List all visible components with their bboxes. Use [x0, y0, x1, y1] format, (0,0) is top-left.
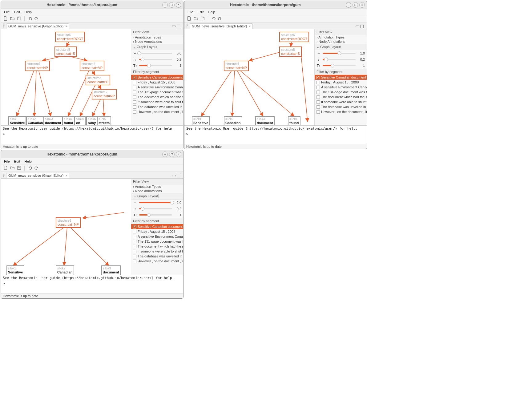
- graph-canvas[interactable]: structure6const::cat=ROOT structure5cons…: [1, 29, 131, 125]
- segment-item[interactable]: The 131-page document was fou: [315, 90, 367, 95]
- node-structure1[interactable]: structure1const::cat=NP: [56, 217, 81, 228]
- token-2[interactable]: sTok2Canadian: [224, 116, 242, 125]
- segment-item[interactable]: A sensitive Environment Canada: [131, 234, 183, 239]
- token-5[interactable]: sTok5on: [75, 116, 86, 125]
- maximize-button[interactable]: □: [169, 2, 175, 8]
- token-6[interactable]: sTok6rainy: [86, 116, 97, 125]
- token-4[interactable]: sTok4found: [288, 116, 300, 125]
- slider-horizontal[interactable]: ↔ 2.0: [131, 200, 183, 206]
- menu-file[interactable]: File: [4, 10, 10, 14]
- redo-icon[interactable]: [34, 166, 39, 171]
- slider-horizontal[interactable]: ↔ 1.0: [315, 50, 367, 56]
- tab-handle-icon[interactable]: ⠿⠇: [3, 24, 5, 29]
- slider-vertical[interactable]: ↕ 0.2: [315, 56, 367, 63]
- slider-vertical[interactable]: ↕ 0.2: [131, 56, 183, 63]
- graph-layout-row[interactable]: ⌄ Graph Layout: [131, 44, 183, 50]
- node-annotations-row[interactable]: › Node Annotations: [131, 189, 183, 193]
- minimize-button[interactable]: –: [162, 151, 168, 157]
- segment-item[interactable]: The database was unveiled in 19: [131, 104, 183, 109]
- new-icon[interactable]: [3, 166, 8, 171]
- node-annotations-row[interactable]: › Node Annotations: [131, 39, 183, 44]
- close-button[interactable]: ×: [359, 2, 365, 8]
- menu-edit[interactable]: Edit: [14, 160, 20, 163]
- segment-item[interactable]: However , on the document , it r: [131, 109, 183, 114]
- segment-item[interactable]: Sensitive Canadian document fo: [131, 75, 183, 80]
- segment-item[interactable]: Friday , August 15 , 2008: [131, 229, 183, 234]
- token-1[interactable]: sTok1Sensitive: [192, 116, 210, 125]
- token-3[interactable]: sTok3document: [43, 116, 63, 125]
- maximize-view-icon[interactable]: [177, 25, 180, 28]
- slider-text[interactable]: T↕ 1: [131, 63, 183, 69]
- segment-item[interactable]: The 131-page document was fou: [131, 239, 183, 244]
- close-button[interactable]: ×: [176, 2, 181, 8]
- maximize-button[interactable]: □: [353, 2, 358, 8]
- segment-item[interactable]: The 131-page document was fou: [131, 90, 183, 95]
- slider-text[interactable]: T↕ 1: [315, 63, 367, 69]
- node-structure5[interactable]: structure5const::cat=S: [279, 46, 302, 57]
- open-icon[interactable]: [10, 16, 14, 21]
- console[interactable]: See the Hexatomic User guide (https://he…: [184, 125, 367, 144]
- graph-canvas[interactable]: structure1const::cat=NP sTok1Sensitive s…: [1, 179, 131, 275]
- new-icon[interactable]: [3, 16, 8, 21]
- segment-item[interactable]: If someone were able to shut th: [131, 249, 183, 254]
- segment-item[interactable]: However , on the document , it r: [315, 109, 367, 114]
- maximize-view-icon[interactable]: [177, 174, 180, 177]
- console[interactable]: See the Hexatomic User guide (https://he…: [1, 275, 183, 293]
- segment-item[interactable]: If someone were able to shut th: [131, 99, 183, 104]
- segment-item[interactable]: Friday , August 15 , 2008: [131, 80, 183, 85]
- save-icon[interactable]: [17, 16, 21, 21]
- undo-icon[interactable]: [28, 16, 32, 21]
- tab-handle-icon[interactable]: ⠿⠇: [3, 173, 5, 178]
- segment-item[interactable]: The document which had the sta: [131, 95, 183, 99]
- tab-graph-editor[interactable]: GUM_news_sensitive (Graph Editor) ×: [6, 23, 69, 29]
- open-icon[interactable]: [194, 16, 198, 21]
- token-2[interactable]: sTok2Canadian: [26, 116, 45, 125]
- tab-graph-editor[interactable]: GUM_news_sensitive (Graph Editor) ×: [6, 173, 69, 178]
- segment-item[interactable]: The document which had the sta: [315, 95, 367, 99]
- annotation-types-row[interactable]: › Annotation Types: [315, 35, 367, 39]
- save-icon[interactable]: [17, 166, 21, 171]
- menu-help[interactable]: Help: [24, 160, 32, 163]
- segment-item[interactable]: The database was unveiled in 19: [315, 104, 367, 109]
- token-3[interactable]: sTok3document: [255, 116, 275, 125]
- maximize-button[interactable]: □: [169, 151, 175, 157]
- segment-item[interactable]: The database was unveiled in 19: [131, 254, 183, 259]
- node-structure1[interactable]: structure1const::cat=NP: [25, 61, 50, 71]
- tab-graph-editor[interactable]: GUM_news_sensitive (Graph Editor) ×: [190, 23, 253, 29]
- redo-icon[interactable]: [218, 16, 222, 21]
- redo-icon[interactable]: [34, 16, 39, 21]
- slider-text[interactable]: T↕ 1: [131, 212, 183, 218]
- token-1[interactable]: sTok1Sensitive: [6, 265, 24, 275]
- token-2[interactable]: sTok2Canadian: [56, 265, 74, 275]
- minimize-view-icon[interactable]: [356, 26, 359, 27]
- token-7[interactable]: sTok7streets: [97, 116, 111, 125]
- save-icon[interactable]: [200, 16, 205, 21]
- menu-help[interactable]: Help: [24, 10, 32, 14]
- graph-layout-row[interactable]: ⌄ Graph Layout: [131, 193, 183, 200]
- node-structure6[interactable]: structure6const::cat=ROOT: [55, 32, 85, 42]
- node-structure5[interactable]: structure5const::cat=S: [54, 46, 77, 57]
- segment-item[interactable]: If someone were able to shut th: [315, 99, 367, 104]
- token-4[interactable]: sTok4found: [62, 116, 75, 125]
- node-structure4[interactable]: structure4const::cat=VP: [80, 61, 104, 71]
- graph-canvas[interactable]: structure6const::cat=ROOT structure5cons…: [184, 29, 314, 125]
- close-button[interactable]: ×: [176, 151, 181, 157]
- menu-edit[interactable]: Edit: [14, 10, 20, 14]
- segment-item[interactable]: The document which had the sta: [131, 244, 183, 249]
- node-structure1[interactable]: structure1const::cat=NP: [224, 61, 249, 71]
- maximize-view-icon[interactable]: [360, 25, 364, 28]
- graph-layout-row[interactable]: ⌄ Graph Layout: [315, 44, 367, 50]
- minimize-view-icon[interactable]: [172, 175, 175, 176]
- menu-file[interactable]: File: [187, 10, 193, 14]
- minimize-view-icon[interactable]: [172, 26, 175, 27]
- node-structure3[interactable]: structure3const::cat=PP: [86, 75, 110, 85]
- undo-icon[interactable]: [28, 166, 32, 171]
- slider-vertical[interactable]: ↕ 0.2: [131, 206, 183, 212]
- node-structure6[interactable]: structure6const::cat=ROOT: [279, 32, 309, 42]
- segment-item[interactable]: However , on the document , it r: [131, 259, 183, 264]
- token-1[interactable]: sTok1Sensitive: [8, 116, 26, 125]
- console[interactable]: See the Hexatomic User guide (https://he…: [1, 125, 183, 144]
- minimize-button[interactable]: –: [162, 2, 168, 8]
- tab-close-icon[interactable]: ×: [65, 174, 67, 177]
- segment-item[interactable]: Friday , August 15 , 2008: [315, 80, 367, 85]
